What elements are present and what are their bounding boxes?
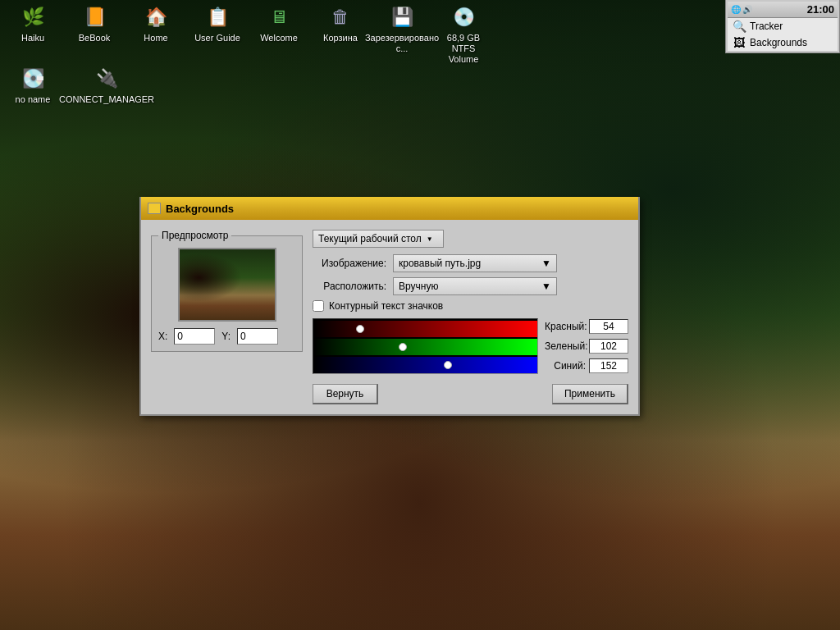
red-input[interactable] [589, 319, 628, 334]
green-slider-track[interactable] [313, 339, 537, 355]
red-slider-thumb[interactable] [356, 325, 364, 333]
position-value: Вручную [399, 281, 438, 292]
connect-label: CONNECT_MANAGER [59, 94, 154, 105]
speaker-icon: 🔊 [742, 5, 752, 14]
welcome-label: Welcome [260, 33, 298, 43]
trash-icon: 🗑 [327, 4, 354, 30]
desktop-icon-noname[interactable]: 💽 no name [8, 66, 57, 105]
position-dropdown-arrow: ▼ [541, 281, 551, 292]
blue-slider-thumb[interactable] [444, 361, 452, 369]
image-dropdown-arrow: ▼ [541, 258, 551, 269]
desktop-icon-zarezervir[interactable]: 💾 Зарезервировано с... [377, 4, 427, 54]
connect-icon: 🔌 [94, 66, 120, 92]
preview-legend: Предпросмотр [158, 230, 231, 241]
green-slider-thumb[interactable] [399, 343, 407, 351]
green-value-row: Зеленый: [545, 339, 628, 354]
desktop-icon-haiku[interactable]: 🌿 Haiku [8, 4, 57, 43]
korzina-label: Корзина [323, 33, 358, 43]
x-input[interactable] [174, 328, 215, 345]
settings-section: Текущий рабочий стол ▼ Изображение: кров… [313, 230, 628, 404]
revert-button[interactable]: Вернуть [313, 384, 378, 404]
haiku-label: Haiku [21, 33, 44, 43]
tracker-icon: 🔍 [733, 20, 746, 33]
x-label: X: [158, 331, 167, 342]
blue-value-row: Синий: [545, 358, 628, 373]
image-dropdown[interactable]: кровавый путь.jpg ▼ [393, 254, 557, 272]
position-dropdown[interactable]: Вручную ▼ [393, 277, 557, 295]
red-label: Красный: [545, 321, 586, 332]
image-label: Изображение: [313, 258, 386, 269]
tray-menu: 🔍 Tracker 🖼 Backgrounds [728, 18, 838, 51]
preview-section: Предпросмотр X: Y: [151, 230, 303, 404]
red-slider-track[interactable] [313, 321, 537, 337]
bebook-icon: 📙 [81, 4, 107, 30]
y-label: Y: [221, 331, 231, 342]
color-values: Красный: Зеленый: Синий: [545, 318, 628, 374]
position-row: Расположить: Вручную ▼ [313, 277, 628, 295]
network-icon: 🌐 [731, 5, 741, 14]
welcome-icon: 🖥 [266, 4, 292, 30]
desktop-icon-bebook[interactable]: 📙 BeBook [70, 4, 119, 43]
home-icon: 🏠 [143, 4, 169, 30]
checkbox-row: Контурный текст значков [313, 300, 628, 312]
checkbox-label[interactable]: Контурный текст значков [329, 300, 443, 312]
image-row: Изображение: кровавый путь.jpg ▼ [313, 254, 628, 272]
system-tray: 🌐 🔊 21:00 🔍 Tracker 🖼 Backgrounds [725, 0, 840, 53]
apply-button[interactable]: Применить [552, 384, 628, 404]
tray-tracker-item[interactable]: 🔍 Tracker [728, 18, 838, 34]
zarezervir-label: Зарезервировано с... [365, 33, 439, 54]
noname-label: no name [16, 94, 51, 105]
blue-slider-track[interactable] [313, 357, 537, 373]
volume-label: 68,9 GB NTFS Volume [439, 33, 488, 66]
taskbar-row2: 💽 no name 🔌 CONNECT_MANAGER [0, 62, 152, 109]
dialog-title-icon [148, 203, 161, 214]
desktop-icon-welcome[interactable]: 🖥 Welcome [254, 4, 304, 43]
desktop-icon-connect[interactable]: 🔌 CONNECT_MANAGER [70, 66, 144, 105]
system-clock: 21:00 [807, 3, 834, 16]
dialog-body: Предпросмотр X: Y: Текущий рабочий стол [151, 230, 628, 404]
dialog-content: Предпросмотр X: Y: Текущий рабочий стол [141, 220, 638, 414]
blue-label: Синий: [545, 360, 586, 372]
dialog-titlebar[interactable]: Backgrounds [141, 197, 638, 220]
tray-backgrounds-item[interactable]: 🖼 Backgrounds [728, 34, 838, 51]
tracker-label: Tracker [750, 21, 783, 32]
backgrounds-dialog: Backgrounds Предпросмотр X: Y: [139, 197, 640, 416]
tray-top-bar: 🌐 🔊 21:00 [728, 2, 838, 18]
reserved-icon: 💾 [389, 4, 415, 30]
icon-outline-checkbox[interactable] [313, 300, 324, 312]
preview-image [178, 248, 276, 322]
position-label: Расположить: [313, 281, 386, 292]
preview-coords: X: Y: [158, 328, 295, 345]
dialog-footer: Вернуть Применить [313, 384, 628, 404]
desktop-icon-volume[interactable]: 💿 68,9 GB NTFS Volume [439, 4, 488, 66]
image-value: кровавый путь.jpg [399, 258, 481, 269]
green-input[interactable] [589, 339, 628, 354]
desktop-icon-home[interactable]: 🏠 Home [131, 4, 180, 43]
bebook-label: BeBook [79, 33, 111, 43]
workspace-dropdown-label: Текущий рабочий стол [318, 233, 422, 244]
workspace-dropdown[interactable]: Текущий рабочий стол ▼ [313, 230, 444, 248]
green-label: Зеленый: [545, 340, 586, 352]
tray-icons-area: 🌐 🔊 [731, 5, 752, 14]
backgrounds-label: Backgrounds [750, 37, 807, 48]
y-input[interactable] [237, 328, 278, 345]
red-value-row: Красный: [545, 319, 628, 334]
desktop-icon-korzina[interactable]: 🗑 Корзина [316, 4, 365, 43]
volume-icon: 💿 [450, 4, 477, 30]
preview-group: Предпросмотр X: Y: [151, 230, 303, 352]
workspace-dropdown-arrow: ▼ [427, 235, 433, 243]
desktop-icon-userguide[interactable]: 📋 User Guide [193, 4, 242, 43]
haiku-icon: 🌿 [20, 4, 46, 30]
color-sliders-container: Красный: Зеленый: Синий: [313, 318, 628, 374]
disk-icon: 💽 [20, 66, 46, 92]
userguide-label: User Guide [194, 33, 240, 43]
blue-input[interactable] [589, 358, 628, 373]
guide-icon: 📋 [204, 4, 231, 30]
workspace-dropdown-row: Текущий рабочий стол ▼ [313, 230, 628, 248]
dialog-title: Backgrounds [166, 203, 234, 215]
backgrounds-menu-icon: 🖼 [733, 36, 746, 49]
sliders-visual [313, 318, 538, 374]
home-label: Home [144, 33, 167, 43]
